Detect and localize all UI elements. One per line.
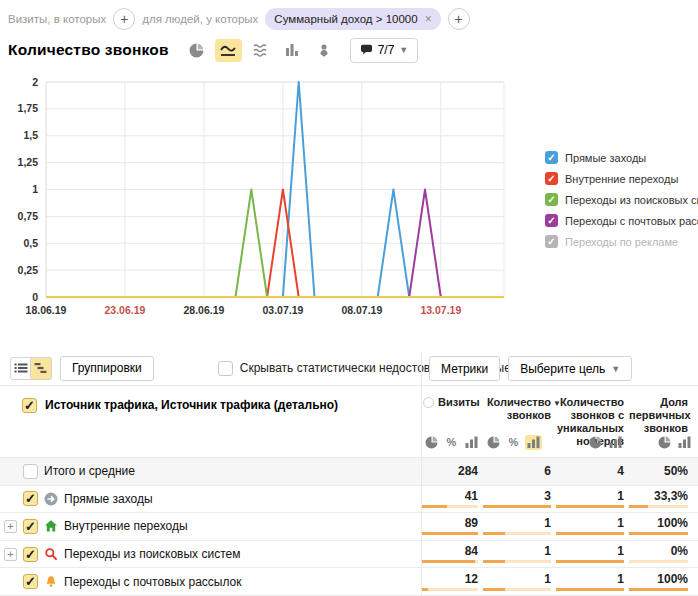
- metrics-button[interactable]: Метрики: [429, 356, 500, 381]
- select-all-checkbox[interactable]: ✓: [22, 398, 37, 413]
- remove-filter-icon[interactable]: ×: [425, 12, 432, 26]
- cell-value: 1: [617, 545, 624, 558]
- row-name-cell: +Итого и средние: [0, 458, 421, 485]
- line-chart-icon[interactable]: [215, 39, 242, 62]
- y-axis-tick: 0: [32, 291, 38, 303]
- value-cell: 41: [421, 486, 483, 513]
- value-bar: [629, 588, 688, 591]
- cell-value: 3: [544, 490, 551, 503]
- table-row[interactable]: +✓Внутренние переходы8911100%: [0, 513, 698, 541]
- value-cell: 3: [483, 486, 556, 513]
- value-bar: [483, 560, 551, 563]
- pie-view-icon[interactable]: [656, 435, 673, 450]
- bar-columns-icon[interactable]: [279, 39, 306, 62]
- bars-view-icon[interactable]: [607, 435, 624, 450]
- value-bar: [483, 505, 551, 508]
- table-row[interactable]: +✓Переходы с почтовых рассылок1211100%: [0, 568, 698, 596]
- cell-value: 50%: [664, 465, 688, 478]
- legend-checkbox[interactable]: ✓: [545, 235, 558, 248]
- checkbox[interactable]: [218, 361, 233, 376]
- legend-checkbox[interactable]: ✓: [545, 172, 558, 185]
- y-axis-tick: 1,5: [23, 129, 38, 141]
- legend-checkbox[interactable]: ✓: [545, 214, 558, 227]
- pie-view-icon[interactable]: [587, 435, 604, 450]
- legend-item[interactable]: ✓Внутренние переходы: [545, 168, 698, 189]
- percent-view-icon[interactable]: %: [505, 435, 522, 450]
- choose-goal-dropdown[interactable]: Выберите цель ▼: [508, 356, 632, 381]
- legend-checkbox[interactable]: ✓: [545, 151, 558, 164]
- chart-type-switcher: [183, 39, 338, 62]
- list-view-icon[interactable]: [10, 357, 31, 380]
- row-name-cell: +✓Прямые заходы: [0, 486, 421, 513]
- y-axis-tick: 1: [32, 183, 38, 195]
- toolbar-right: Метрики Выберите цель ▼: [429, 356, 632, 381]
- row-name-cell: +✓Переходы из поисковых систем: [0, 541, 421, 568]
- groupings-button[interactable]: Группировки: [60, 356, 154, 381]
- legend-item[interactable]: ✓Переходы по рекламе: [545, 231, 698, 252]
- legend-item[interactable]: ✓Переходы с почтовых рассылок: [545, 210, 698, 231]
- stacked-area-icon[interactable]: [247, 39, 274, 62]
- cell-value: 1: [617, 490, 624, 503]
- column-header[interactable]: Доля первичных звонков: [629, 386, 698, 457]
- row-checkbox[interactable]: ✓: [23, 547, 38, 562]
- value-bar: [556, 588, 624, 591]
- row-checkbox[interactable]: ✓: [23, 491, 38, 506]
- column-header[interactable]: Количество звонков с уникальных номеров: [556, 386, 629, 457]
- bars-view-icon[interactable]: [525, 435, 542, 450]
- value-cell: 100%: [629, 568, 698, 595]
- value-cell: 12: [421, 568, 483, 595]
- pie-view-icon[interactable]: [423, 435, 440, 450]
- report-table: Группировки Скрывать статистически недос…: [0, 352, 698, 596]
- value-bar-fill: [483, 588, 505, 591]
- value-bar: [556, 560, 624, 563]
- add-people-condition-button[interactable]: +: [448, 8, 470, 30]
- bars-view-icon[interactable]: [463, 435, 480, 450]
- value-bar-fill: [421, 532, 478, 535]
- expand-row-button[interactable]: +: [4, 548, 17, 561]
- pie-view-icon[interactable]: [485, 435, 502, 450]
- metric-view-icons: %: [423, 435, 480, 450]
- person-map-icon[interactable]: [311, 39, 338, 62]
- row-checkbox[interactable]: ✓: [23, 574, 38, 589]
- x-axis-tick: 23.06.19: [105, 304, 146, 316]
- value-cell: 4: [556, 458, 629, 485]
- expand-row-button[interactable]: +: [4, 520, 17, 533]
- value-bar: [483, 588, 551, 591]
- filter-chip-label: Суммарный доход > 10000: [274, 13, 417, 25]
- cell-value: 12: [465, 573, 478, 586]
- table-row[interactable]: +Итого и средние2846450%: [0, 458, 698, 486]
- segments-dropdown[interactable]: 7/7 ▼: [350, 38, 419, 63]
- cell-value: 0%: [671, 545, 688, 558]
- value-cell: 100%: [629, 513, 698, 540]
- y-axis-tick: 1,25: [18, 156, 39, 168]
- cell-value: 1: [544, 517, 551, 530]
- bars-view-icon[interactable]: [676, 435, 693, 450]
- legend-checkbox[interactable]: ✓: [545, 193, 558, 206]
- add-visit-condition-button[interactable]: +: [113, 8, 135, 30]
- filter-chip[interactable]: Суммарный доход > 10000 ×: [265, 8, 440, 30]
- value-bar-fill: [556, 505, 624, 508]
- value-bar-fill: [483, 505, 551, 508]
- table-row[interactable]: +✓Прямые заходы413133,3%: [0, 486, 698, 514]
- calls-line-chart: 00,250,50,7511,251,51,75218.06.1923.06.1…: [0, 70, 540, 320]
- x-axis-tick: 13.07.19: [420, 304, 461, 316]
- column-header[interactable]: Визиты%: [421, 386, 483, 457]
- y-axis-tick: 0,25: [18, 264, 39, 276]
- table-row[interactable]: +✓Переходы из поисковых систем84110%: [0, 541, 698, 569]
- legend-item[interactable]: ✓Прямые заходы: [545, 147, 698, 168]
- column-header[interactable]: Количество звонков▼%: [483, 386, 556, 457]
- legend-label: Внутренние переходы: [565, 173, 678, 185]
- value-bar: [629, 532, 688, 535]
- row-values: 8911100%: [421, 513, 698, 540]
- value-cell: 1: [556, 486, 629, 513]
- metric-view-icons: [656, 435, 693, 450]
- row-checkbox[interactable]: [23, 464, 38, 479]
- value-cell: 50%: [629, 458, 698, 485]
- row-name-cell: +✓Внутренние переходы: [0, 513, 421, 540]
- legend-item[interactable]: ✓Переходы из поисковых систем: [545, 189, 698, 210]
- row-checkbox[interactable]: ✓: [23, 519, 38, 534]
- legend-label: Переходы по рекламе: [565, 236, 678, 248]
- percent-view-icon[interactable]: %: [443, 435, 460, 450]
- pie-chart-icon[interactable]: [183, 39, 210, 62]
- tree-view-icon[interactable]: [31, 357, 52, 380]
